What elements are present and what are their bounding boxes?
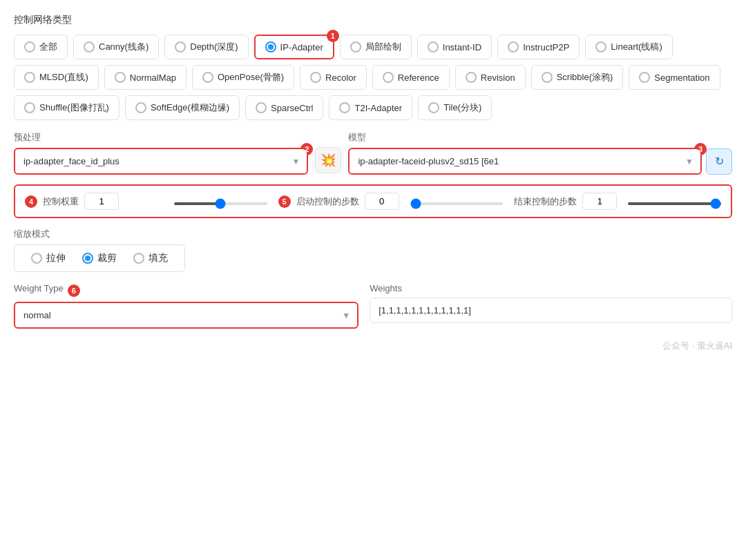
radio-circle-depth [175, 41, 186, 52]
control-weight-label: 控制权重 [43, 195, 79, 208]
network-option-t2i-adapter[interactable]: T2I-Adapter [329, 95, 412, 120]
radio-label-reference: Reference [398, 73, 439, 83]
radio-label-segmentation: Segmentation [654, 73, 709, 83]
start-steps-label: 启动控制的步数 [296, 195, 359, 208]
model-select[interactable]: ip-adapter-faceid-plusv2_sd15 [6e1 [350, 149, 700, 173]
section-title: 控制网络类型 [14, 14, 732, 26]
radio-label-scribble: Scribble(涂鸦) [557, 71, 613, 84]
preprocessor-select-wrapper: ip-adapter_face_id_plus ▼ [15, 149, 307, 173]
scale-circle-crop [82, 253, 93, 264]
control-weight-input[interactable] [84, 193, 119, 210]
network-option-depth[interactable]: Depth(深度) [164, 35, 248, 59]
start-steps-slider[interactable] [410, 202, 504, 205]
network-option-ip-adapter[interactable]: 1IP-Adapter [254, 35, 334, 59]
preprocessor-group: 预处理 2 ip-adapter_face_id_plus ▼ [14, 131, 308, 175]
network-option-local-draw[interactable]: 局部绘制 [340, 35, 412, 59]
scale-circle-stretch [31, 253, 42, 264]
radio-label-sparsectrl: SparseCtrl [271, 103, 313, 113]
radio-circle-tile [428, 102, 439, 113]
preprocessor-model-row: 预处理 2 ip-adapter_face_id_plus ▼ 💥 模型 3 [14, 131, 732, 175]
scale-option-fill[interactable]: 填充 [128, 252, 173, 264]
end-steps-slider[interactable] [628, 202, 721, 205]
radio-circle-openpose [202, 72, 213, 83]
network-option-openpose[interactable]: OpenPose(骨骼) [192, 65, 294, 90]
start-steps-input[interactable] [365, 193, 399, 210]
control-weight-slider-container [174, 196, 267, 207]
radio-circle-t2i-adapter [339, 102, 350, 113]
end-steps-slider-container [628, 196, 721, 207]
weight-row: Weight Type 6 normal linear ease in ease… [14, 283, 732, 329]
radio-label-instructp2p: InstructP2P [523, 42, 569, 52]
end-steps-label: 结束控制的步数 [514, 195, 577, 208]
weight-type-col: Weight Type 6 normal linear ease in ease… [14, 283, 358, 329]
network-option-softedge[interactable]: SoftEdge(模糊边缘) [125, 95, 240, 120]
radio-label-revision: Revision [481, 73, 515, 83]
weights-col: Weights [1,1,1,1,1,1,1,1,1,1,1,1] [370, 283, 732, 323]
radio-label-all: 全部 [39, 41, 57, 53]
control-network-section: 控制网络类型 全部Canny(线条)Depth(深度)1IP-Adapter局部… [14, 14, 732, 329]
spark-button[interactable]: 💥 [315, 147, 341, 173]
scale-mode-label: 缩放模式 [14, 228, 732, 240]
control-weight-badge: 4 [25, 195, 37, 208]
scale-option-stretch[interactable]: 拉伸 [26, 252, 71, 264]
network-option-lineart[interactable]: Lineart(线稿) [585, 35, 672, 59]
scale-circle-fill [133, 253, 144, 264]
radio-label-ip-adapter: IP-Adapter [280, 42, 323, 52]
weight-type-select[interactable]: normal linear ease in ease out [15, 303, 357, 327]
end-steps-group: 结束控制的步数 [514, 193, 617, 210]
radio-circle-instant-id [428, 41, 439, 52]
radio-label-recolor: Recolor [325, 73, 356, 83]
network-option-sparsectrl[interactable]: SparseCtrl [245, 95, 323, 120]
radio-label-t2i-adapter: T2I-Adapter [354, 103, 402, 113]
network-option-revision[interactable]: Revision [455, 65, 526, 90]
radio-circle-mlsd [24, 72, 35, 83]
radio-circle-scribble [542, 72, 553, 83]
network-option-shuffle[interactable]: Shuffle(图像打乱) [14, 95, 119, 120]
network-option-segmentation[interactable]: Segmentation [629, 65, 720, 90]
radio-circle-segmentation [639, 72, 650, 83]
ip-adapter-badge: 1 [327, 30, 339, 42]
end-steps-input[interactable] [582, 193, 617, 210]
spark-icon: 💥 [321, 153, 336, 168]
network-option-all[interactable]: 全部 [14, 35, 68, 59]
refresh-button[interactable]: ↻ [706, 148, 732, 175]
preprocessor-select[interactable]: ip-adapter_face_id_plus [15, 149, 307, 173]
sliders-row: 4 控制权重 5 启动控制的步数 结束控制的步数 [14, 184, 732, 218]
network-option-scribble[interactable]: Scribble(涂鸦) [531, 65, 624, 90]
network-option-reference[interactable]: Reference [372, 65, 450, 90]
network-option-canny[interactable]: Canny(线条) [73, 35, 159, 59]
scale-mode-options: 拉伸裁剪填充 [14, 244, 185, 272]
control-weight-slider[interactable] [174, 202, 267, 205]
radio-circle-all [24, 41, 35, 52]
refresh-icon: ↻ [715, 155, 724, 168]
radio-circle-softedge [135, 102, 146, 113]
radio-circle-shuffle [24, 102, 35, 113]
network-option-instructp2p[interactable]: InstructP2P [497, 35, 580, 59]
weights-value: [1,1,1,1,1,1,1,1,1,1,1,1] [370, 298, 732, 323]
network-option-recolor[interactable]: Recolor [300, 65, 367, 90]
radio-label-local-draw: 局部绘制 [365, 41, 401, 53]
radio-circle-canny [84, 41, 95, 52]
start-steps-slider-container [410, 196, 504, 207]
control-weight-group: 4 控制权重 [25, 193, 163, 210]
radio-circle-local-draw [350, 41, 361, 52]
start-steps-group: 5 启动控制的步数 [278, 193, 399, 210]
weight-type-badge: 6 [68, 284, 80, 297]
radio-circle-recolor [310, 72, 321, 83]
preprocessor-label: 预处理 [14, 131, 308, 144]
network-option-instant-id[interactable]: Instant-ID [417, 35, 492, 59]
network-option-normalmap[interactable]: NormalMap [104, 65, 186, 90]
start-steps-badge: 5 [278, 195, 291, 208]
radio-circle-instructp2p [508, 41, 519, 52]
weight-type-label: Weight Type 6 [14, 283, 358, 298]
radio-label-instant-id: Instant-ID [443, 42, 481, 52]
network-option-tile[interactable]: Tile(分块) [418, 95, 492, 120]
radio-label-normalmap: NormalMap [130, 73, 176, 83]
scale-label-stretch: 拉伸 [46, 252, 66, 264]
scale-option-crop[interactable]: 裁剪 [77, 252, 122, 264]
radio-circle-lineart [595, 41, 606, 52]
network-option-mlsd[interactable]: MLSD(直线) [14, 65, 99, 90]
radio-label-openpose: OpenPose(骨骼) [218, 71, 284, 84]
radio-label-mlsd: MLSD(直线) [39, 71, 88, 84]
radio-label-softedge: SoftEdge(模糊边缘) [151, 102, 229, 114]
